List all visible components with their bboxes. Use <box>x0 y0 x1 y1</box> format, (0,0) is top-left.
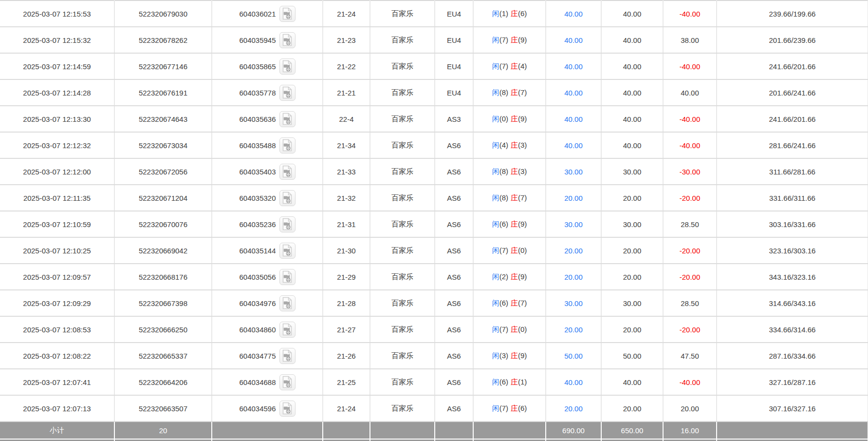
table-row: 2025-03-07 12:15:53 522320679030 6040360… <box>0 0 868 27</box>
video-replay-icon[interactable] <box>279 190 295 206</box>
game-id-value: 604035236 <box>239 220 276 229</box>
cell-balance: 201.66/241.66 <box>717 79 868 106</box>
result-player-label: 闲 <box>492 141 499 149</box>
subtotal-bet-total: 690.00 <box>546 422 601 439</box>
video-replay-icon[interactable] <box>279 216 295 232</box>
cell-game-id: 604034596 <box>212 395 323 422</box>
result-player-count: (2) <box>499 272 508 281</box>
cell-bet-id: 522320664206 <box>114 369 212 395</box>
bet-amount-link[interactable]: 40.00 <box>564 36 583 44</box>
cell-bet-amount: 40.00 <box>546 27 601 53</box>
cell-game-name: 百家乐 <box>370 316 435 343</box>
result-banker-label: 庄 <box>511 351 518 360</box>
video-replay-icon[interactable] <box>279 269 295 285</box>
result-banker-label: 庄 <box>511 193 518 202</box>
video-replay-icon[interactable] <box>279 137 295 153</box>
game-id-value: 604036021 <box>239 10 276 18</box>
cell-bet-id: 522320668176 <box>114 264 212 290</box>
cell-bet-id: 522320674643 <box>114 106 212 132</box>
result-banker-label: 庄 <box>511 9 518 18</box>
video-replay-icon[interactable] <box>279 111 295 127</box>
cell-game-name: 百家乐 <box>370 132 435 158</box>
bet-amount-link[interactable]: 50.00 <box>564 352 583 360</box>
cell-table-code: AS6 <box>435 158 473 185</box>
cell-result: 闲(6)庄(1) <box>473 369 546 395</box>
cell-bet-id: 522320677146 <box>114 53 212 79</box>
cell-win-loss: 47.50 <box>663 343 717 369</box>
bet-amount-link[interactable]: 30.00 <box>564 299 583 307</box>
video-replay-icon[interactable] <box>279 295 295 311</box>
cell-table-round: 21-30 <box>323 237 370 264</box>
video-replay-icon[interactable] <box>279 374 295 390</box>
bet-amount-link[interactable]: 30.00 <box>564 220 583 229</box>
bet-amount-link[interactable]: 20.00 <box>564 247 583 255</box>
result-player-count: (6) <box>499 299 508 307</box>
result-banker-label: 庄 <box>511 62 518 70</box>
result-player-count: (4) <box>499 141 508 149</box>
video-replay-icon[interactable] <box>279 32 295 48</box>
cell-table-round: 21-32 <box>323 185 370 211</box>
cell-win-loss: -40.00 <box>663 132 717 158</box>
game-id-value: 604034596 <box>239 404 276 413</box>
cell-balance: 201.66/239.66 <box>717 27 868 53</box>
cell-table-round: 22-4 <box>323 106 370 132</box>
video-replay-icon[interactable] <box>279 58 295 75</box>
game-id-value: 604035778 <box>239 89 276 97</box>
bet-amount-link[interactable]: 30.00 <box>564 168 583 176</box>
cell-win-loss: -20.00 <box>663 264 717 290</box>
video-replay-icon[interactable] <box>279 85 295 101</box>
video-replay-icon[interactable] <box>279 348 295 364</box>
video-replay-icon[interactable] <box>279 322 295 338</box>
cell-valid-amount: 30.00 <box>601 158 663 185</box>
result-banker-count: (9) <box>518 272 527 281</box>
result-banker-count: (6) <box>518 9 527 18</box>
cell-valid-amount: 20.00 <box>601 185 663 211</box>
cell-bet-amount: 30.00 <box>546 290 601 316</box>
cell-valid-amount: 20.00 <box>601 316 663 343</box>
subtotal-empty-balance <box>717 422 868 439</box>
bet-amount-link[interactable]: 20.00 <box>564 326 583 334</box>
cell-game-name: 百家乐 <box>370 106 435 132</box>
result-player-label: 闲 <box>492 378 499 386</box>
cell-time: 2025-03-07 12:07:13 <box>0 395 114 422</box>
bet-amount-link[interactable]: 20.00 <box>564 194 583 202</box>
bet-records-table: 2025-03-07 12:15:53 522320679030 6040360… <box>0 0 868 441</box>
winloss-value: -20.00 <box>680 194 701 202</box>
result-banker-label: 庄 <box>511 404 518 412</box>
cell-bet-amount: 40.00 <box>546 132 601 158</box>
cell-win-loss: -40.00 <box>663 0 717 27</box>
cell-bet-id: 522320669042 <box>114 237 212 264</box>
cell-time: 2025-03-07 12:10:25 <box>0 237 114 264</box>
video-replay-icon[interactable] <box>279 164 295 180</box>
cell-game-name: 百家乐 <box>370 158 435 185</box>
cell-bet-id: 522320665337 <box>114 343 212 369</box>
result-player-count: (6) <box>499 220 508 228</box>
footer-tbody: 小计 20 690.00 650.00 16.00 <box>0 422 868 441</box>
result-banker-count: (0) <box>518 246 527 254</box>
cell-time: 2025-03-07 12:12:32 <box>0 132 114 158</box>
bet-amount-link[interactable]: 20.00 <box>564 273 583 281</box>
winloss-value: -40.00 <box>680 115 701 123</box>
video-replay-icon[interactable] <box>279 401 295 417</box>
bet-amount-link[interactable]: 40.00 <box>564 62 583 71</box>
bet-amount-link[interactable]: 40.00 <box>564 141 583 150</box>
result-player-label: 闲 <box>492 88 499 96</box>
bet-amount-link[interactable]: 40.00 <box>564 115 583 123</box>
cell-game-name: 百家乐 <box>370 290 435 316</box>
cell-balance: 287.16/334.66 <box>717 343 868 369</box>
cell-win-loss: -20.00 <box>663 185 717 211</box>
video-replay-icon[interactable] <box>279 243 295 259</box>
bet-amount-link[interactable]: 20.00 <box>564 404 583 413</box>
cell-game-id: 604035778 <box>212 79 323 106</box>
video-replay-icon[interactable] <box>279 6 295 22</box>
cell-table-round: 21-24 <box>323 395 370 422</box>
bet-amount-link[interactable]: 40.00 <box>564 378 583 386</box>
cell-game-id: 604034860 <box>212 316 323 343</box>
winloss-value: 38.00 <box>681 36 699 44</box>
subtotal-empty-round <box>323 422 370 439</box>
bet-amount-link[interactable]: 40.00 <box>564 10 583 18</box>
cell-result: 闲(6)庄(9) <box>473 211 546 237</box>
bet-amount-link[interactable]: 40.00 <box>564 89 583 97</box>
cell-result: 闲(7)庄(4) <box>473 53 546 79</box>
table-row: 2025-03-07 12:09:57 522320668176 6040350… <box>0 264 868 290</box>
